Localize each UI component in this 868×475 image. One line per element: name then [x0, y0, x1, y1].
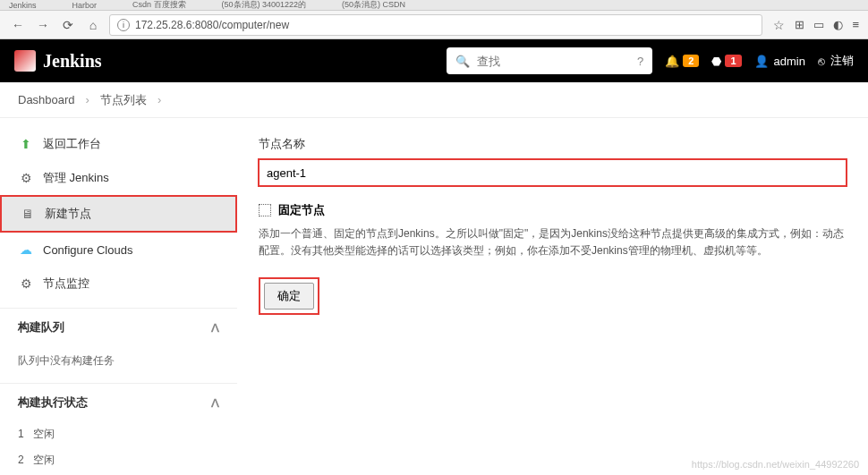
bookmark-button[interactable]: ☆: [770, 16, 787, 34]
chevron-up-icon: ᐱ: [211, 321, 219, 335]
bell-icon: 🔔: [665, 55, 679, 68]
fixed-node-label: 固定节点: [278, 202, 325, 218]
back-button[interactable]: ←: [9, 16, 27, 34]
chevron-up-icon: ᐱ: [211, 396, 219, 410]
home-button[interactable]: ⌂: [84, 16, 102, 34]
browser-tab[interactable]: (50条消息) CSDN: [342, 0, 405, 11]
info-icon: i: [117, 19, 130, 31]
url-text: 172.25.28.6:8080/computer/new: [135, 19, 289, 31]
executor-num: 1: [18, 428, 24, 440]
extension-icon[interactable]: ▭: [813, 18, 824, 31]
breadcrumb-nodes[interactable]: 节点列表: [100, 92, 147, 108]
executor-status-title: 构建执行状态: [18, 394, 88, 411]
sidebar-item-label: 返回工作台: [43, 136, 101, 152]
jenkins-title: Jenkins: [43, 51, 102, 72]
search-box[interactable]: 🔍 ?: [447, 47, 652, 74]
cloud-icon: ☁: [18, 242, 34, 258]
sidebar-item-back[interactable]: ⬆ 返回工作台: [0, 127, 237, 161]
browser-tab[interactable]: Csdn 百度搜索: [132, 0, 186, 11]
jenkins-header: Jenkins 🔍 ? 🔔 2 ⬣ 1 👤 admin ⎋ 注销: [0, 39, 868, 82]
user-icon: 👤: [754, 55, 769, 68]
toolbar-extensions: ⊞ ▭ ◐ ≡: [795, 18, 859, 31]
logout-button[interactable]: ⎋ 注销: [818, 53, 854, 69]
gear-icon: ⚙: [18, 170, 34, 186]
main-content: 节点名称 固定节点 添加一个普通、固定的节点到Jenkins。之所以叫做"固定"…: [237, 118, 868, 475]
search-input[interactable]: [477, 55, 630, 68]
browser-tab[interactable]: (50条消息) 34001222的: [222, 0, 307, 11]
menu-icon[interactable]: ≡: [852, 18, 859, 31]
notification-count: 2: [683, 55, 699, 67]
browser-tab[interactable]: Jenkins: [9, 1, 37, 10]
arrow-up-icon: ⬆: [18, 136, 34, 152]
logout-label: 注销: [830, 53, 854, 69]
url-bar[interactable]: i 172.25.28.6:8080/computer/new: [109, 14, 762, 36]
help-icon[interactable]: ?: [637, 55, 643, 68]
sidebar-item-label: 节点监控: [43, 276, 89, 292]
browser-toolbar: ← → ⟳ ⌂ i 172.25.28.6:8080/computer/new …: [0, 11, 868, 39]
gear-icon: ⚙: [18, 276, 34, 292]
chevron-right-icon: ›: [86, 93, 89, 106]
alert-count: 1: [725, 55, 741, 67]
forward-button[interactable]: →: [34, 16, 52, 34]
build-queue-empty: 队列中没有构建任务: [0, 346, 237, 376]
header-right: 🔔 2 ⬣ 1 👤 admin ⎋ 注销: [665, 53, 854, 69]
breadcrumb-dashboard[interactable]: Dashboard: [18, 93, 75, 106]
sidebar-item-label: 新建节点: [45, 206, 91, 222]
extension-icon[interactable]: ◐: [833, 18, 843, 31]
notification-badge[interactable]: 🔔 2: [665, 55, 699, 68]
executor-state: 空闲: [33, 428, 55, 440]
search-icon: 🔍: [455, 55, 470, 68]
logout-icon: ⎋: [818, 55, 825, 68]
alert-badge[interactable]: ⬣ 1: [711, 55, 741, 68]
build-queue-title: 构建队列: [18, 319, 64, 335]
jenkins-logo[interactable]: Jenkins: [14, 50, 102, 72]
executor-num: 2: [18, 454, 24, 466]
reload-button[interactable]: ⟳: [59, 16, 77, 34]
executor-row: 2 空闲: [0, 447, 237, 473]
breadcrumbs: Dashboard › 节点列表 ›: [0, 82, 868, 118]
browser-tabs: Jenkins Harbor Csdn 百度搜索 (50条消息) 3400122…: [0, 0, 868, 11]
sidebar-item-new-node[interactable]: 🖥 新建节点: [0, 195, 237, 233]
sidebar: ⬆ 返回工作台 ⚙ 管理 Jenkins 🖥 新建节点 ☁ Configure …: [0, 118, 237, 475]
main-layout: ⬆ 返回工作台 ⚙ 管理 Jenkins 🖥 新建节点 ☁ Configure …: [0, 118, 868, 475]
node-name-label: 节点名称: [259, 136, 847, 152]
sidebar-item-monitor[interactable]: ⚙ 节点监控: [0, 267, 237, 301]
sidebar-item-manage[interactable]: ⚙ 管理 Jenkins: [0, 161, 237, 195]
fixed-node-option[interactable]: 固定节点: [259, 202, 847, 218]
jenkins-logo-icon: [14, 50, 36, 72]
ok-button[interactable]: 确定: [264, 283, 314, 310]
build-queue-header[interactable]: 构建队列 ᐱ: [0, 308, 237, 346]
sidebar-item-clouds[interactable]: ☁ Configure Clouds: [0, 233, 237, 267]
username-label: admin: [774, 55, 805, 68]
fixed-node-description: 添加一个普通、固定的节点到Jenkins。之所以叫做"固定"，是因为Jenkin…: [259, 225, 847, 259]
computer-icon: 🖥: [20, 206, 36, 222]
watermark: https://blog.csdn.net/weixin_44992260: [692, 459, 859, 470]
sidebar-item-label: 管理 Jenkins: [43, 170, 109, 186]
shield-icon: ⬣: [711, 55, 721, 68]
chevron-right-icon: ›: [157, 93, 161, 106]
user-menu[interactable]: 👤 admin: [754, 55, 805, 68]
sidebar-item-label: Configure Clouds: [43, 243, 132, 257]
executor-state: 空闲: [33, 454, 55, 466]
browser-tab[interactable]: Harbor: [72, 1, 98, 10]
executor-status-header[interactable]: 构建执行状态 ᐱ: [0, 383, 237, 421]
radio-icon[interactable]: [259, 204, 271, 216]
executor-row: 1 空闲: [0, 421, 237, 447]
node-name-input[interactable]: [259, 159, 847, 186]
extension-icon[interactable]: ⊞: [795, 18, 804, 31]
ok-highlight: 确定: [259, 277, 319, 315]
